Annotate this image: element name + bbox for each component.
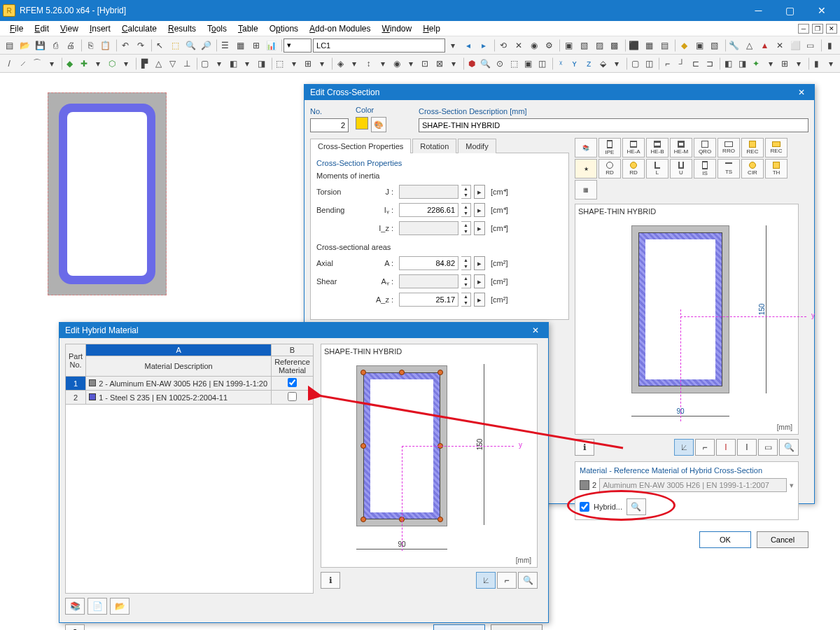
prof-u[interactable]: U [670, 159, 692, 178]
iy-reset-icon[interactable]: ▸ [474, 203, 485, 217]
prof-rec1[interactable]: REC [741, 138, 764, 158]
ehm-titlebar[interactable]: Edit Hybrid Material ✕ [59, 323, 548, 338]
ehm-help-icon[interactable]: ? [65, 624, 85, 630]
lc-prev-icon[interactable]: ◂ [461, 38, 475, 52]
iz-input[interactable] [399, 221, 458, 235]
torsion-reset-icon[interactable]: ▸ [474, 185, 485, 199]
material-dropdown-icon[interactable]: ▾ [790, 481, 794, 490]
t2-b-icon[interactable]: ▾ [213, 57, 225, 71]
t2-c-icon[interactable]: ◧ [227, 57, 239, 71]
a-reset-icon[interactable]: ▸ [474, 256, 485, 270]
view-e-icon[interactable]: ▭ [758, 439, 778, 456]
tool-a-icon[interactable]: ⟲ [496, 38, 510, 52]
prof-more-icon[interactable]: ▦ [575, 180, 597, 200]
node-a-icon[interactable]: ◆ [64, 57, 76, 71]
menu-window[interactable]: Window [377, 22, 418, 35]
close-button[interactable]: ✕ [806, 0, 837, 21]
ehm-view-a-icon[interactable]: ⟀ [476, 572, 496, 589]
tab-modify[interactable]: Modify [458, 139, 496, 153]
sup-a-icon[interactable]: △ [152, 57, 164, 71]
color-edit-icon[interactable]: 🎨 [371, 117, 386, 132]
t2-an-icon[interactable]: ⊞ [778, 57, 791, 71]
t2-ad-icon[interactable]: ▢ [629, 57, 641, 71]
tool-n-icon[interactable]: ▧ [708, 38, 722, 52]
ay-input[interactable] [399, 274, 458, 288]
node-b-icon[interactable]: ✚ [78, 57, 90, 71]
t2-a-icon[interactable]: ▢ [199, 57, 211, 71]
tool-q-icon[interactable]: ▲ [757, 38, 771, 52]
prof-hea[interactable]: HE-A [622, 138, 645, 158]
prof-heb[interactable]: HE-B [646, 138, 668, 158]
tool-g-icon[interactable]: ▨ [592, 38, 606, 52]
arc-icon[interactable]: ⌒ [31, 57, 43, 71]
material-combo[interactable]: Aluminum EN-AW 3005 H26 | EN 1999-1-1:20… [599, 478, 787, 492]
mdi-restore[interactable]: ❐ [812, 24, 823, 34]
prof-ipe[interactable]: IPE [598, 138, 621, 158]
menu-help[interactable]: Help [417, 22, 446, 35]
tbl-btn-a-icon[interactable]: 📚 [65, 598, 85, 615]
prof-lib-icon[interactable]: 📚 [575, 138, 597, 158]
t2-m-icon[interactable]: ▾ [377, 57, 389, 71]
ehm-close-icon[interactable]: ✕ [528, 326, 542, 335]
ehm-view-c-icon[interactable]: 🔍 [518, 572, 538, 589]
t2-d-icon[interactable]: ▾ [241, 57, 253, 71]
a-input[interactable] [399, 256, 458, 270]
t2-v-icon[interactable]: ⬚ [507, 57, 520, 71]
grid-icon[interactable]: ⊞ [249, 38, 263, 52]
ecs-ok-button[interactable]: OK [699, 531, 751, 548]
tool-u-icon[interactable]: ▮ [823, 38, 837, 52]
t2-ac-icon[interactable]: ▾ [610, 57, 623, 71]
ehm-ok-button[interactable]: OK [433, 624, 485, 630]
tool-e-icon[interactable]: ▣ [561, 38, 575, 52]
t2-aa-icon[interactable]: ᴢ [582, 57, 595, 71]
az-reset-icon[interactable]: ▸ [474, 293, 485, 307]
t2-aq-icon[interactable]: ▾ [825, 57, 837, 71]
t2-l-icon[interactable]: ↕ [362, 57, 374, 71]
tab-cs-properties[interactable]: Cross-Section Properties [310, 139, 411, 153]
tool-r-icon[interactable]: ✕ [773, 38, 787, 52]
sup-c-icon[interactable]: ⊥ [181, 57, 193, 71]
paste-icon[interactable]: 📋 [99, 38, 113, 52]
az-spin[interactable]: ▲▼ [461, 293, 471, 307]
tool-c-icon[interactable]: ◉ [527, 38, 541, 52]
copy-icon[interactable]: ⎘ [83, 38, 97, 52]
tool-t-icon[interactable]: ▭ [804, 38, 818, 52]
t2-y-icon[interactable]: ᵡ [554, 57, 567, 71]
polyline-icon[interactable]: ⟋ [17, 57, 29, 71]
select-icon[interactable]: ⬚ [168, 38, 182, 52]
menu-options[interactable]: Options [264, 22, 304, 35]
print-icon[interactable]: 🖨 [64, 38, 78, 52]
prof-th[interactable]: TH [765, 159, 788, 178]
tool-b-icon[interactable]: ✕ [512, 38, 526, 52]
tool-m-icon[interactable]: ▣ [692, 38, 706, 52]
line-icon[interactable]: / [3, 57, 15, 71]
ecs-cancel-button[interactable]: Cancel [757, 531, 808, 548]
t2-t-icon[interactable]: 🔍 [479, 57, 492, 71]
t2-u-icon[interactable]: ⊙ [493, 57, 506, 71]
minimize-button[interactable]: ─ [743, 0, 774, 21]
maximize-button[interactable]: ▢ [774, 0, 806, 21]
save-all-icon[interactable]: ⎙ [49, 38, 63, 52]
tool-s-icon[interactable]: ⬜ [788, 38, 802, 52]
tbl-btn-b-icon[interactable]: 📄 [88, 598, 107, 615]
lc-dropdown-icon[interactable]: ▾ [447, 38, 461, 52]
menu-file[interactable]: File [4, 22, 29, 35]
menu-addons[interactable]: Add-on Modules [304, 22, 376, 35]
t2-z-icon[interactable]: ʏ [568, 57, 581, 71]
ehm-info-icon[interactable]: ℹ [321, 572, 340, 589]
a-spin[interactable]: ▲▼ [461, 256, 471, 270]
tool-i-icon[interactable]: ⬛ [627, 38, 641, 52]
prof-l[interactable]: L [646, 159, 668, 178]
t2-w-icon[interactable]: ▣ [522, 57, 534, 71]
t2-x-icon[interactable]: ◫ [536, 57, 549, 71]
mdi-minimize[interactable]: ─ [798, 24, 809, 34]
zoom-icon[interactable]: 🔎 [199, 38, 213, 52]
sup-b-icon[interactable]: ▽ [167, 57, 179, 71]
flag-icon[interactable]: ▛ [138, 57, 150, 71]
menu-view[interactable]: View [55, 22, 84, 35]
az-input[interactable] [399, 293, 458, 307]
t2-ak-icon[interactable]: ◨ [736, 57, 748, 71]
menu-tools[interactable]: Tools [202, 22, 232, 35]
hybrid-edit-icon[interactable]: 🔍 [626, 498, 646, 515]
view-f-icon[interactable]: 🔍 [779, 439, 799, 456]
